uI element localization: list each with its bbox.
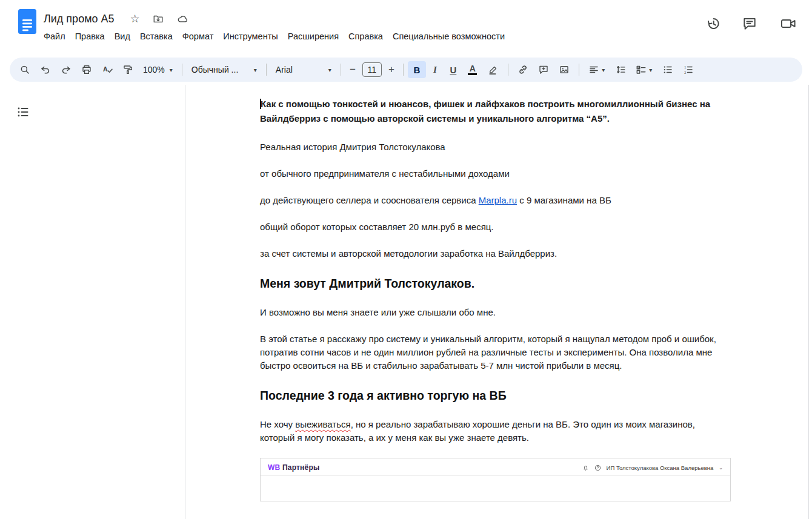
doc-paragraph[interactable]: от обычного предпринимателя с нестабильн… — [260, 167, 731, 180]
menu-item-edit[interactable]: Правка — [70, 30, 110, 43]
help-icon — [594, 464, 601, 471]
underline-button[interactable]: U — [444, 61, 462, 78]
cloud-status-icon[interactable] — [176, 13, 189, 24]
text-run: Не хочу — [260, 419, 295, 429]
header-actions — [705, 16, 794, 31]
search-menus-icon[interactable] — [15, 61, 35, 78]
font-size-input[interactable]: 11 — [362, 62, 382, 77]
add-comment-icon[interactable] — [533, 61, 554, 78]
toolbar-separator — [579, 64, 579, 76]
redo-icon[interactable] — [56, 61, 76, 78]
menu-item-file[interactable]: Файл — [39, 30, 70, 43]
chevron-down-icon: ⌄ — [719, 465, 723, 471]
text-run: В этой статье я расскажу про систему и у… — [260, 334, 716, 371]
bulleted-list-icon[interactable] — [657, 61, 678, 78]
svg-text:A: A — [103, 65, 108, 73]
chevron-down-icon: ▾ — [649, 67, 652, 73]
wb-partners-logo: WB Партнёры — [268, 463, 319, 472]
chevron-down-icon: ▾ — [602, 67, 605, 73]
numbered-list-icon[interactable]: 1 2 — [678, 61, 699, 78]
paragraph-style-select[interactable]: Обычный ... ▾ — [187, 61, 262, 78]
paint-format-icon[interactable] — [118, 61, 138, 78]
doc-paragraph[interactable]: за счет системы и авторской методологии … — [260, 247, 731, 260]
toolbar-separator — [266, 64, 267, 76]
document-page[interactable]: Как с помощью тонкостей и нюансов, фишек… — [185, 85, 809, 519]
insert-link-icon[interactable] — [513, 61, 533, 78]
embedded-image[interactable]: WB Партнёры ИП Толстокулакова Оксана Вал… — [260, 458, 731, 501]
zoom-value: 100% — [143, 65, 165, 74]
google-docs-logo-icon[interactable] — [18, 9, 36, 34]
document-title-row: Лид промо А5 ☆ — [44, 11, 201, 27]
bold-button[interactable]: B — [408, 61, 426, 78]
doc-paragraph[interactable]: Не хочу выеживаться, но я реально зараба… — [260, 418, 731, 445]
document-canvas: Как с помощью тонкостей и нюансов, фишек… — [0, 82, 812, 519]
text-color-button[interactable]: A — [462, 61, 483, 78]
text-run: Последние 3 года я активно торгую на ВБ — [260, 389, 507, 402]
text-run: от обычного предпринимателя с нестабильн… — [260, 168, 510, 179]
chevron-down-icon: ▾ — [170, 67, 173, 73]
move-to-folder-icon[interactable] — [152, 13, 164, 24]
toolbar-separator — [508, 64, 508, 76]
menu-item-format[interactable]: Формат — [178, 30, 219, 43]
menu-item-view[interactable]: Вид — [110, 30, 135, 43]
spelling-check-icon[interactable]: A — [97, 61, 118, 78]
paragraph-style-value: Обычный ... — [191, 65, 238, 74]
toolbar-separator — [182, 64, 182, 76]
comments-icon[interactable] — [742, 16, 757, 31]
toolbar-separator — [403, 64, 404, 76]
misspelled-word[interactable]: выеживаться — [295, 419, 350, 429]
document-title[interactable]: Лид промо А5 — [44, 13, 115, 25]
text-run: И возможно вы меня знаете или уже слышал… — [260, 307, 496, 317]
font-family-select[interactable]: Arial ▾ — [271, 61, 336, 78]
chevron-down-icon: ▾ — [254, 67, 257, 73]
video-call-icon[interactable] — [778, 16, 794, 31]
undo-icon[interactable] — [35, 61, 56, 78]
text-run: до действующего селлера и сооснователя с… — [260, 195, 479, 205]
doc-link[interactable]: Marpla.ru — [479, 195, 517, 205]
embedded-image-account-area: ИП Толстокулакова Оксана Валерьевна ⌄ — [582, 464, 723, 471]
star-icon[interactable]: ☆ — [130, 13, 140, 24]
doc-paragraph[interactable]: Реальная история Дмитрия Толстокулакова — [260, 140, 731, 154]
text-run: общий оборот которых составляет 20 млн.р… — [260, 222, 494, 232]
checklist-select[interactable]: ▾ — [631, 61, 657, 78]
menu-bar: ФайлПравкаВидВставкаФорматИнструментыРас… — [39, 30, 510, 43]
doc-paragraph[interactable]: общий оборот которых составляет 20 млн.р… — [260, 220, 731, 234]
increase-font-size-button[interactable]: + — [384, 61, 399, 78]
document-outline-icon[interactable] — [16, 105, 33, 122]
doc-heading[interactable]: Меня зовут Дмитрий Толстокулаков. — [260, 276, 731, 291]
doc-heading[interactable]: Последние 3 года я активно торгую на ВБ — [260, 388, 731, 403]
insert-image-icon[interactable] — [554, 61, 574, 78]
decrease-font-size-button[interactable]: − — [345, 61, 360, 78]
menu-item-accessibility[interactable]: Специальные возможности — [388, 30, 510, 43]
checklist-icon — [636, 64, 647, 75]
embedded-image-header: WB Партнёры ИП Толстокулакова Оксана Вал… — [261, 458, 730, 476]
align-left-icon — [588, 64, 599, 75]
menu-item-tools[interactable]: Инструменты — [218, 30, 282, 43]
font-family-value: Arial — [276, 65, 293, 74]
chevron-down-icon: ▾ — [328, 67, 331, 73]
version-history-icon[interactable] — [705, 16, 721, 31]
doc-paragraph[interactable]: Как с помощью тонкостей и нюансов, фишек… — [260, 97, 731, 126]
toolbar-separator — [341, 64, 341, 76]
zoom-select[interactable]: 100% ▾ — [138, 61, 178, 78]
menu-item-insert[interactable]: Вставка — [135, 30, 178, 43]
text-color-icon: A — [468, 64, 477, 76]
bell-icon — [582, 464, 589, 471]
doc-paragraph[interactable]: И возможно вы меня знаете или уже слышал… — [260, 306, 731, 319]
svg-text:2: 2 — [684, 71, 686, 74]
doc-paragraph[interactable]: В этой статье я расскажу про систему и у… — [260, 332, 731, 372]
line-spacing-icon[interactable] — [610, 61, 631, 78]
highlight-color-icon[interactable] — [483, 61, 504, 78]
menu-item-extensions[interactable]: Расширения — [283, 30, 344, 43]
embedded-account-name: ИП Толстокулакова Оксана Валерьевна — [607, 464, 714, 471]
menu-item-help[interactable]: Справка — [344, 30, 388, 43]
italic-button[interactable]: I — [426, 61, 444, 78]
doc-paragraphs: Как с помощью тонкостей и нюансов, фишек… — [260, 97, 731, 445]
align-select[interactable]: ▾ — [584, 61, 610, 78]
doc-paragraph[interactable]: до действующего селлера и сооснователя с… — [260, 194, 731, 207]
text-run: за счет системы и авторской методологии … — [260, 248, 557, 259]
app-header: Лид промо А5 ☆ ФайлПравкаВидВставкаФорма… — [0, 0, 812, 56]
print-icon[interactable] — [76, 61, 97, 78]
text-run: Реальная история Дмитрия Толстокулакова — [260, 142, 445, 152]
text-run: Как с помощью тонкостей и нюансов, фишек… — [260, 99, 710, 124]
